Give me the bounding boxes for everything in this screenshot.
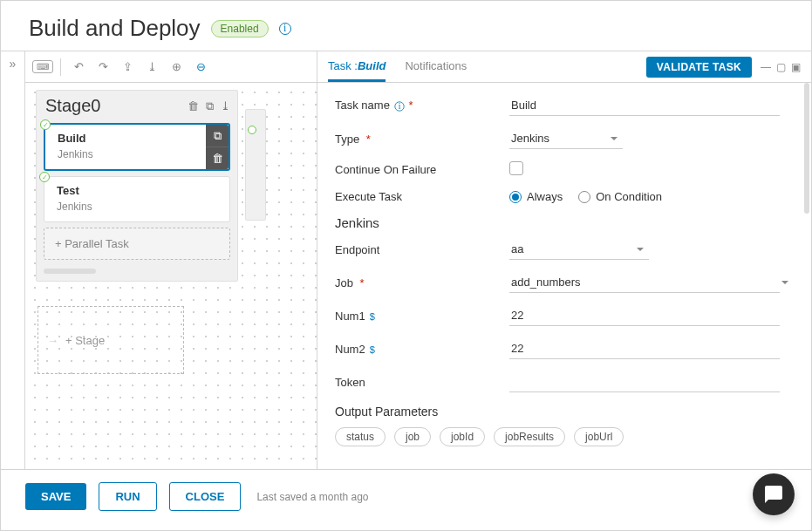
redo-icon[interactable]: ↷ [92, 57, 113, 78]
task-status-ok-icon: ✓ [40, 119, 51, 130]
task-name-input[interactable] [509, 95, 780, 116]
details-scrollbar[interactable] [804, 83, 809, 214]
canvas-toolbar: ⌨ ↶ ↷ ⇪ ⤓ ⊕ ⊖ [25, 51, 317, 83]
task-name-label: Task name [335, 99, 390, 112]
radio-label: Always [527, 190, 563, 203]
delete-stage-icon[interactable]: 🗑 [188, 99, 199, 113]
output-param-pill[interactable]: jobId [440, 427, 485, 446]
task-name: Test [57, 184, 219, 197]
type-select[interactable] [509, 128, 623, 149]
execute-task-label: Execute Task [335, 190, 509, 203]
expand-rail: » [1, 51, 25, 469]
info-icon[interactable]: i [279, 23, 291, 35]
output-param-pill[interactable]: job [394, 427, 431, 446]
task-name: Build [58, 132, 218, 145]
close-button[interactable]: CLOSE [169, 482, 242, 511]
keyboard-icon[interactable]: ⌨ [32, 57, 53, 78]
output-param-pill[interactable]: jobResults [494, 427, 565, 446]
add-icon[interactable]: ⊕ [166, 57, 187, 78]
tab-prefix: Task : [328, 59, 358, 72]
maximize-icon[interactable]: ▣ [791, 61, 801, 73]
zoom-out-icon[interactable]: ⊖ [190, 57, 211, 78]
stage-card[interactable]: Stage0 🗑 ⧉ ⤓ ✓ Build Jenkins ⧉ 🗑 [36, 90, 238, 282]
task-status-ok-icon [248, 126, 256, 134]
task-status-ok-icon: ✓ [39, 172, 50, 182]
stage-scrollbar[interactable] [44, 269, 96, 274]
tab-notifications[interactable]: Notifications [405, 52, 467, 82]
delete-task-icon[interactable]: 🗑 [206, 147, 229, 169]
next-stage-peek[interactable] [245, 109, 266, 221]
task-card-test[interactable]: ✓ Test Jenkins [44, 176, 230, 222]
output-parameters-title: Output Parameters [335, 405, 794, 419]
execute-on-condition-radio[interactable]: On Condition [578, 190, 662, 203]
tab-task-name: Build [358, 59, 386, 72]
endpoint-label: Endpoint [335, 243, 509, 256]
num2-input[interactable] [509, 338, 780, 359]
restore-icon[interactable]: ▢ [776, 61, 786, 73]
info-icon[interactable]: i [394, 101, 404, 111]
footer: SAVE RUN CLOSE Last saved a month ago [1, 469, 811, 523]
minimize-icon[interactable]: — [761, 61, 771, 73]
job-select[interactable] [509, 272, 780, 293]
task-subtype: Jenkins [58, 148, 218, 160]
token-label: Token [335, 376, 509, 389]
validate-task-button[interactable]: VALIDATE TASK [646, 57, 752, 78]
stage-title: Stage0 [45, 96, 100, 116]
run-button[interactable]: RUN [99, 482, 156, 511]
execute-always-radio[interactable]: Always [509, 190, 563, 203]
num2-label: Num2 [335, 343, 365, 356]
tab-task[interactable]: Task :Build [328, 52, 386, 82]
flow-arrow-icon: → [47, 334, 58, 347]
output-param-pill[interactable]: status [335, 427, 386, 446]
task-subtype: Jenkins [57, 201, 219, 213]
last-saved-text: Last saved a month ago [256, 491, 368, 503]
page-title: Build and Deploy [29, 15, 201, 42]
task-form: Task name i* Type * Continue On Failure … [317, 83, 811, 469]
undo-icon[interactable]: ↶ [68, 57, 89, 78]
chat-icon [763, 484, 784, 505]
add-parallel-task-button[interactable]: + Parallel Task [44, 228, 230, 260]
num1-label: Num1 [335, 310, 365, 323]
output-param-pill[interactable]: jobUrl [574, 427, 624, 446]
continue-on-failure-checkbox[interactable] [509, 161, 523, 175]
add-stage-placeholder[interactable]: → + Stage [38, 306, 184, 374]
task-card-build[interactable]: ✓ Build Jenkins ⧉ 🗑 [44, 123, 230, 171]
copy-stage-icon[interactable]: ⧉ [206, 99, 214, 113]
continue-on-failure-label: Continue On Failure [335, 163, 509, 176]
page-header: Build and Deploy Enabled i [1, 1, 811, 51]
jenkins-section-title: Jenkins [335, 215, 794, 230]
pipeline-canvas[interactable]: Stage0 🗑 ⧉ ⤓ ✓ Build Jenkins ⧉ 🗑 [25, 83, 317, 469]
num1-input[interactable] [509, 305, 780, 326]
status-badge-enabled: Enabled [211, 20, 269, 37]
chat-launcher-button[interactable] [753, 473, 795, 515]
main-split: » ⌨ ↶ ↷ ⇪ ⤓ ⊕ ⊖ Stage0 🗑 ⧉ ⤓ [1, 51, 811, 469]
details-panel: Task :Build Notifications VALIDATE TASK … [317, 51, 811, 469]
copy-task-icon[interactable]: ⧉ [206, 125, 229, 147]
canvas-column: ⌨ ↶ ↷ ⇪ ⤓ ⊕ ⊖ Stage0 🗑 ⧉ ⤓ ✓ [25, 51, 317, 469]
job-label: Job [335, 276, 353, 289]
type-label: Type [335, 133, 359, 146]
endpoint-select[interactable] [509, 239, 649, 260]
import-icon[interactable]: ⤓ [141, 57, 162, 78]
export-icon[interactable]: ⇪ [117, 57, 138, 78]
expand-rail-icon[interactable]: » [10, 57, 17, 71]
radio-label: On Condition [596, 190, 662, 203]
download-stage-icon[interactable]: ⤓ [221, 99, 230, 113]
details-tabs: Task :Build Notifications [328, 52, 467, 82]
token-input[interactable] [509, 371, 780, 392]
output-parameters: status job jobId jobResults jobUrl [335, 427, 794, 446]
save-button[interactable]: SAVE [25, 483, 86, 510]
add-stage-label: + Stage [65, 334, 105, 347]
